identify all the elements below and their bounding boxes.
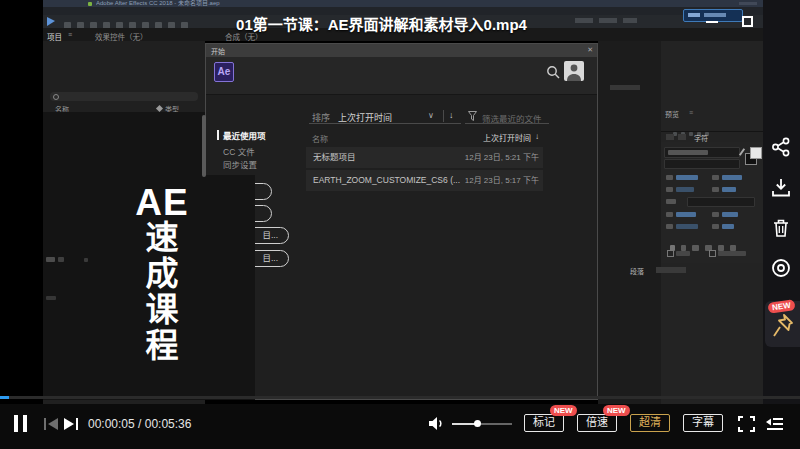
kerning-value[interactable] [676,187,694,192]
search-icon[interactable] [546,65,561,80]
video-overlay-band [205,175,255,400]
ae-right-panels: 预览 ≡ 字符 [661,41,763,404]
ae-titlebar: Adobe After Effects CC 2018 - 未命名项目.aep [43,0,763,7]
ae-logo: Ae [214,62,234,82]
previous-button[interactable] [48,418,58,430]
dialog-close-icon[interactable]: ✕ [587,46,593,54]
mark-new-badge: NEW [550,405,577,416]
nav-item-sync-settings[interactable]: 同步设置 [223,158,257,170]
ae-titlebar-text: Adobe After Effects CC 2018 - 未命名项目.aep [96,0,220,7]
vertical-scale-value[interactable] [676,212,696,217]
stroke-style-select[interactable] [687,197,755,207]
panel-tab-stub[interactable] [656,267,686,273]
ligatures-checkbox[interactable] [667,250,674,257]
ae-app-icon [88,2,92,6]
trash-icon[interactable] [770,217,792,239]
leading-icon [712,175,719,180]
file-name: EARTH_ZOOM_CUSTOMIZE_CS6 (... [306,170,460,191]
time-display: 00:00:05 / 00:05:36 [88,417,191,431]
video-overlay-band [43,112,205,400]
type-column-icon [156,105,163,112]
chevron-down-icon[interactable]: ∨ [428,111,434,120]
pause-button[interactable] [14,415,18,432]
file-time: 12月 23日, 5:17 下午 [465,170,543,191]
baseline-shift-value[interactable] [676,224,698,229]
search-icon [53,94,59,100]
sort-direction-icon[interactable]: ↓ [449,110,454,120]
volume-slider-handle[interactable] [474,420,481,427]
quality-button[interactable]: 超清 [630,414,670,432]
dialog-header: Ae [206,57,597,95]
file-time: 12月 23日, 5:21 下午 [465,147,543,168]
folder-icon [58,257,64,262]
character-panel [661,142,763,263]
panel-preview-tab[interactable]: 预览 [665,109,679,119]
panel-menu-icon: ≡ [689,109,693,116]
panel-icon [46,296,56,300]
next-button[interactable] [64,418,74,430]
kerning-icon [666,187,673,192]
fullscreen-icon[interactable] [736,414,757,434]
stroke-color-swatch[interactable] [750,147,762,159]
nav-item-cc-files[interactable]: CC 文件 [223,145,255,157]
avatar[interactable] [564,61,584,81]
maximize-button[interactable] [742,16,753,27]
stroke-width-icon [666,199,676,204]
progress-track[interactable] [0,396,800,399]
ae-home-dialog: 开始 ✕ Ae 排序 上次打开时间 ∨ ↓ 筛选最近的文件 名称 上次打开时间 … [205,43,598,400]
tsume-value[interactable] [722,224,734,229]
next-button[interactable] [76,418,78,430]
course-title-vertical: 速成课程 [139,220,179,376]
download-icon[interactable] [770,177,792,199]
video-title: 01第一节课：AE界面讲解和素材导入0.mp4 [0,13,763,34]
panel-icon [84,258,88,262]
pause-button[interactable] [23,415,27,432]
table-row[interactable]: 无标题项目 12月 23日, 5:21 下午 [306,147,543,168]
course-title-latin: AE [130,182,194,224]
previous-button[interactable] [44,418,46,430]
hindi-digits-checkbox[interactable] [709,250,716,257]
scrollbar[interactable] [202,115,206,177]
tracking-value[interactable] [722,187,736,192]
panel-tab-stub[interactable] [678,134,686,140]
nav-active-indicator [217,130,219,140]
file-name: 无标题项目 [306,147,356,168]
volume-icon[interactable] [427,415,445,432]
font-family-field[interactable] [664,147,740,158]
comp-viewer-controls [610,85,640,90]
share-icon[interactable] [770,136,792,158]
panel-tab-stub[interactable] [666,134,674,140]
video-player-window: Adobe After Effects CC 2018 - 未命名项目.aep … [0,0,800,449]
project-search-field[interactable] [50,92,198,101]
panel-paragraph-tab[interactable]: 段落 [630,266,644,276]
table-col-name[interactable]: 名称 [312,133,328,144]
table-row[interactable]: EARTH_ZOOM_CUSTOMIZE_CS6 (... 12月 23日, 5… [306,170,543,191]
bit-depth-icon [46,257,55,262]
font-size-icon [666,175,673,180]
speed-button[interactable]: 倍速 [577,414,617,432]
mark-button[interactable]: 标记 [524,414,564,432]
ae-composition-viewer [598,41,661,404]
pin-icon[interactable] [771,312,795,340]
nav-item-recent[interactable]: 最近使用项 [223,129,266,141]
subtitle-button[interactable]: 字幕 [683,414,723,432]
leading-value[interactable] [722,175,742,180]
playlist-icon[interactable] [763,414,786,434]
table-col-time[interactable]: 上次打开时间 [483,132,531,143]
dialog-title: 开始 [211,46,225,56]
filter-icon [468,111,477,121]
horizontal-scale-value[interactable] [722,212,738,217]
progress-played [0,396,9,399]
dialog-titlebar[interactable]: 开始 ✕ [206,44,597,58]
font-style-field[interactable] [664,159,740,169]
ae-window-buttons [739,2,757,5]
table-sort-icon: ↓ [535,132,539,141]
font-size-value[interactable] [676,175,698,180]
tracking-icon [712,187,719,192]
minimize-button[interactable] [706,21,718,23]
record-icon[interactable] [770,257,792,279]
speed-new-badge: NEW [603,405,630,416]
